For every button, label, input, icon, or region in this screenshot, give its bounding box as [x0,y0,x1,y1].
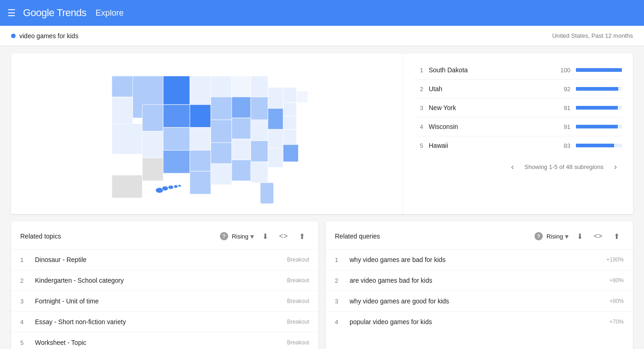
query-rank: 4 [335,319,344,326]
topic-rank: 2 [20,277,29,284]
topic-name[interactable]: Essay - Short non-fiction variety [35,318,282,326]
topic-badge: Breakout [287,319,309,325]
related-queries-share-btn[interactable]: ⬆ [609,229,624,244]
query-value: +80% [601,277,624,284]
svg-rect-11 [190,105,211,128]
svg-rect-21 [190,128,211,151]
topic-rank: 1 [20,256,29,263]
svg-rect-27 [142,158,163,181]
svg-rect-42 [112,175,142,198]
rank-name[interactable]: New York [429,104,551,111]
ranking-pagination: ‹ Showing 1-5 of 48 subregions › [414,155,622,175]
related-queries-header: Related queries ? Rising ▾ ⬇ <> ⬆ [326,221,633,250]
related-queries-body: 1 why video games are bad for kids +190%… [326,250,633,332]
rank-number: 4 [414,123,423,130]
related-topics-help-icon[interactable]: ? [220,232,228,240]
topic-row: 3 Fortnight - Unit of time Breakout [11,291,318,312]
rank-bar [576,144,614,147]
rank-number: 3 [414,105,423,111]
svg-rect-0 [112,76,135,97]
query-name[interactable]: popular video games for kids [350,318,595,326]
rank-bar [576,68,622,72]
rank-name[interactable]: Utah [429,85,551,93]
query-row: 1 why video games are bad for kids +190% [326,250,633,270]
svg-rect-7 [251,76,268,97]
related-queries-download-btn[interactable]: ⬇ [572,229,587,244]
query-value: +80% [601,298,624,304]
rank-name[interactable]: Wisconsin [429,123,551,130]
topic-rank: 4 [20,319,29,326]
map-rankings-card: 1 South Dakota 100 2 Utah 92 3 New York … [11,53,633,214]
topic-badge: Breakout [287,339,309,346]
svg-rect-36 [211,163,232,185]
related-topics-code-btn[interactable]: <> [276,229,291,244]
svg-rect-23 [231,118,250,139]
rank-number: 1 [414,67,423,74]
svg-rect-10 [163,105,190,128]
rank-name[interactable]: South Dakota [429,66,551,74]
rank-number: 5 [414,142,423,149]
topic-row: 2 Kindergarten - School category Breakou… [11,270,318,291]
related-topics-filter-label: Rising [232,233,248,240]
svg-rect-1 [112,97,133,124]
related-topics-download-btn[interactable]: ⬇ [258,229,272,244]
svg-rect-41 [260,183,273,204]
svg-rect-15 [268,87,283,109]
topic-row: 4 Essay - Short non-fiction variety Brea… [11,312,318,332]
map-section [11,53,403,214]
rank-bar-container [576,106,622,110]
query-value: +190% [601,256,624,263]
ranking-next-arrow[interactable]: › [609,160,622,173]
rank-value: 91 [557,123,570,130]
rank-bar [576,106,618,110]
context-label: United States, Past 12 months [552,32,633,39]
query-name[interactable]: are video games bad for kids [350,277,595,284]
topic-row: 5 Worksheet - Topic Breakout [11,332,318,349]
related-queries-code-btn[interactable]: <> [591,229,605,244]
svg-rect-33 [268,129,283,148]
explore-nav[interactable]: Explore [96,8,124,18]
related-queries-help-icon[interactable]: ? [535,232,543,240]
svg-rect-18 [296,91,308,103]
rank-value: 92 [557,86,570,93]
ranking-row: 4 Wisconsin 91 [414,117,622,136]
related-queries-filter[interactable]: Rising ▾ [546,232,569,241]
ranking-row: 5 Hawaii 83 [414,136,622,155]
svg-point-46 [174,185,178,188]
related-queries-card: Related queries ? Rising ▾ ⬇ <> ⬆ 1 why … [326,221,633,349]
menu-icon[interactable]: ☰ [7,7,16,18]
query-name[interactable]: why video games are bad for kids [350,256,595,263]
svg-rect-39 [268,148,283,167]
topic-rank: 5 [20,339,29,346]
svg-rect-13 [231,97,250,118]
related-topics-share-btn[interactable]: ⬆ [294,229,309,244]
rankings-section: 1 South Dakota 100 2 Utah 92 3 New York … [403,53,633,214]
svg-rect-24 [251,120,268,141]
query-rank: 1 [335,256,344,263]
related-queries-filter-label: Rising [546,233,563,240]
main-content: 1 South Dakota 100 2 Utah 92 3 New York … [0,46,644,349]
rank-bar [576,87,618,91]
svg-rect-14 [251,97,268,120]
related-topics-filter[interactable]: Rising ▾ [232,232,254,241]
ranking-prev-arrow[interactable]: ‹ [506,160,519,173]
svg-rect-26 [283,116,296,129]
query-rank: 2 [335,277,344,284]
svg-rect-3 [163,76,190,105]
rank-bar-container [576,87,622,91]
query-row: 3 why video games are good for kids +80% [326,291,633,312]
svg-point-44 [162,186,168,191]
svg-rect-25 [268,108,283,129]
svg-rect-35 [190,171,211,194]
query-name[interactable]: why video games are good for kids [350,297,595,305]
rank-name[interactable]: Hawaii [429,142,551,149]
topic-name[interactable]: Worksheet - Topic [35,339,282,346]
svg-rect-29 [190,150,211,171]
svg-rect-8 [112,124,142,154]
topic-name[interactable]: Kindergarten - School category [35,277,282,284]
ranking-list: 1 South Dakota 100 2 Utah 92 3 New York … [414,61,622,155]
topic-name[interactable]: Dinosaur - Reptile [35,256,282,263]
related-topics-title: Related topics [20,233,216,240]
topic-name[interactable]: Fortnight - Unit of time [35,297,282,305]
topic-rank: 3 [20,298,29,305]
